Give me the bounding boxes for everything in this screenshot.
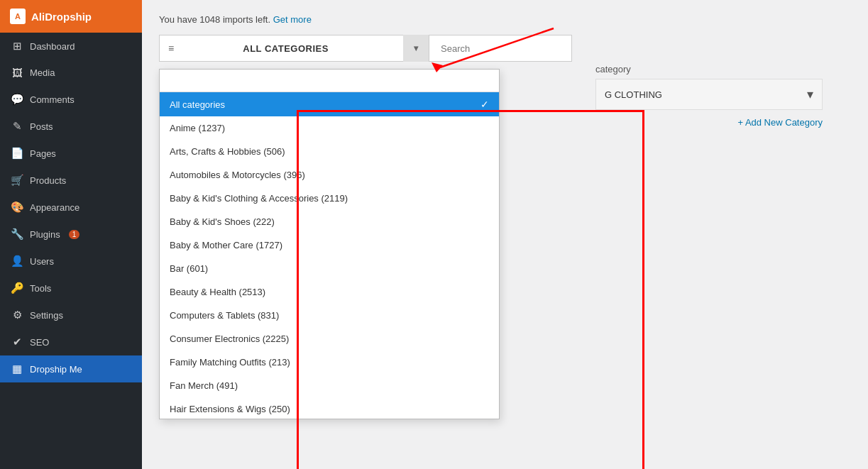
- right-panel-label: category: [595, 64, 851, 75]
- right-select-arrow-icon: ▾: [807, 87, 813, 102]
- dropdown-item[interactable]: Bar (601): [160, 257, 499, 280]
- dropdown-item-label: Baby & Kid's Clothing & Accessories (211…: [170, 193, 348, 204]
- settings-icon: ⚙: [10, 309, 24, 321]
- media-icon: 🖼: [10, 67, 24, 79]
- dropdown-item-label: Family Matching Outfits (213): [170, 357, 290, 368]
- dropdown-item-label: All categories: [170, 99, 225, 110]
- dropdown-item-label: Anime (1237): [170, 123, 225, 133]
- dropship-me-icon: ▦: [10, 363, 24, 375]
- sidebar-item-appearance[interactable]: 🎨 Appearance: [0, 194, 142, 221]
- dropdown-item-label: Consumer Electronics (2225): [170, 333, 289, 344]
- dropdown-item[interactable]: Hair Extensions & Wigs (250): [160, 397, 499, 419]
- dropdown-item-label: Automobiles & Motorcycles (396): [170, 170, 305, 180]
- pages-icon: 📄: [10, 147, 24, 160]
- hamburger-icon: ≡: [168, 43, 174, 54]
- sidebar-item-label: SEO: [30, 337, 49, 348]
- sidebar-item-products[interactable]: 🛒 Products: [0, 167, 142, 194]
- dropdown-item[interactable]: Baby & Kid's Clothing & Accessories (211…: [160, 187, 499, 210]
- dropdown-item-label: Computers & Tablets (831): [170, 310, 279, 321]
- imports-text: You have 1048 imports left.: [159, 14, 270, 25]
- sidebar-item-dropship-me[interactable]: ▦ Dropship Me: [0, 355, 142, 382]
- sidebar-item-seo[interactable]: ✔ SEO: [0, 329, 142, 355]
- category-dropdown-button[interactable]: ≡ ALL CATEGORIES ▾: [159, 35, 429, 62]
- dropdown-item-label: Arts, Crafts & Hobbies (506): [170, 146, 285, 157]
- dropdown-search-input[interactable]: [160, 70, 499, 92]
- dropdown-item[interactable]: Automobiles & Motorcycles (396): [160, 163, 499, 187]
- controls-row: ≡ ALL CATEGORIES ▾: [159, 35, 851, 62]
- dropdown-item-label: Baby & Kid's Shoes (222): [170, 216, 275, 227]
- sidebar-item-plugins[interactable]: 🔧 Plugins 1: [0, 221, 142, 248]
- dropdown-item-label: Beauty & Health (2513): [170, 287, 265, 297]
- sidebar-item-label: Posts: [30, 121, 53, 132]
- dropdown-item-label: Hair Extensions & Wigs (250): [170, 404, 290, 414]
- alidropship-logo-icon: A: [10, 9, 26, 24]
- get-more-link[interactable]: Get more: [273, 14, 312, 25]
- sidebar-item-label: Dashboard: [30, 41, 75, 52]
- dropdown-item[interactable]: Family Matching Outfits (213): [160, 351, 499, 374]
- sidebar-item-label: Products: [30, 175, 66, 186]
- sidebar-item-label: Media: [30, 67, 55, 78]
- dropdown-item[interactable]: Computers & Tablets (831): [160, 304, 499, 327]
- sidebar-item-label: Users: [30, 256, 54, 267]
- sidebar-item-settings[interactable]: ⚙ Settings: [0, 302, 142, 329]
- dropdown-item[interactable]: Fan Merch (491): [160, 374, 499, 397]
- sidebar-item-label: Comments: [30, 94, 75, 105]
- dropdown-item[interactable]: Baby & Mother Care (1727): [160, 233, 499, 257]
- dropdown-item[interactable]: Baby & Kid's Shoes (222): [160, 210, 499, 233]
- posts-icon: ✎: [10, 120, 24, 133]
- products-icon: 🛒: [10, 174, 24, 187]
- plugins-badge: 1: [69, 230, 80, 239]
- sidebar-item-tools[interactable]: 🔑 Tools: [0, 275, 142, 302]
- dropdown-item[interactable]: All categories✓: [160, 92, 499, 116]
- checkmark-icon: ✓: [480, 99, 489, 110]
- dropdown-item[interactable]: Arts, Crafts & Hobbies (506): [160, 140, 499, 163]
- sidebar-logo-label: AliDropship: [31, 11, 92, 23]
- dashboard-icon: ⊞: [10, 40, 24, 53]
- dropdown-item[interactable]: Consumer Electronics (2225): [160, 327, 499, 351]
- sidebar-item-label: Appearance: [30, 202, 79, 213]
- category-btn-label: ALL CATEGORIES: [180, 43, 392, 54]
- sidebar-item-label: Dropship Me: [30, 364, 82, 375]
- search-input[interactable]: [429, 35, 572, 62]
- sidebar-item-pages[interactable]: 📄 Pages: [0, 140, 142, 167]
- imports-bar: You have 1048 imports left. Get more: [159, 14, 851, 25]
- sidebar-item-media[interactable]: 🖼 Media: [0, 60, 142, 86]
- sidebar-logo[interactable]: A AliDropship: [0, 0, 142, 33]
- sidebar-item-label: Tools: [30, 283, 51, 294]
- main-content: You have 1048 imports left. Get more ≡ A…: [142, 0, 868, 469]
- dropdown-item-label: Fan Merch (491): [170, 380, 238, 391]
- comments-icon: 💬: [10, 93, 24, 106]
- right-select-value: G CLOTHING: [605, 89, 662, 100]
- users-icon: 👤: [10, 255, 24, 267]
- dropdown-arrow-icon: ▾: [403, 35, 429, 62]
- tools-icon: 🔑: [10, 282, 24, 294]
- dropdown-item[interactable]: Anime (1237): [160, 116, 499, 140]
- dropdown-items: All categories✓Anime (1237)Arts, Crafts …: [160, 92, 499, 419]
- sidebar-item-label: Pages: [30, 148, 56, 159]
- add-category-link[interactable]: + Add New Category: [595, 117, 823, 128]
- sidebar-item-label: Plugins: [30, 229, 60, 240]
- sidebar: A AliDropship ⊞ Dashboard 🖼 Media 💬 Comm…: [0, 0, 142, 469]
- sidebar-item-users[interactable]: 👤 Users: [0, 248, 142, 275]
- dropdown-item[interactable]: Beauty & Health (2513): [160, 280, 499, 304]
- right-panel: category G CLOTHING ▾ + Add New Category: [595, 64, 851, 128]
- right-panel-select[interactable]: G CLOTHING ▾: [595, 79, 823, 110]
- sidebar-item-posts[interactable]: ✎ Posts: [0, 113, 142, 140]
- dropdown-list: All categories✓Anime (1237)Arts, Crafts …: [159, 69, 500, 419]
- sidebar-item-dashboard[interactable]: ⊞ Dashboard: [0, 33, 142, 60]
- dropdown-item-label: Baby & Mother Care (1727): [170, 240, 282, 250]
- dropdown-item-label: Bar (601): [170, 263, 208, 274]
- appearance-icon: 🎨: [10, 201, 24, 214]
- seo-icon: ✔: [10, 336, 24, 348]
- sidebar-item-comments[interactable]: 💬 Comments: [0, 86, 142, 113]
- sidebar-item-label: Settings: [30, 310, 63, 321]
- plugins-icon: 🔧: [10, 228, 24, 241]
